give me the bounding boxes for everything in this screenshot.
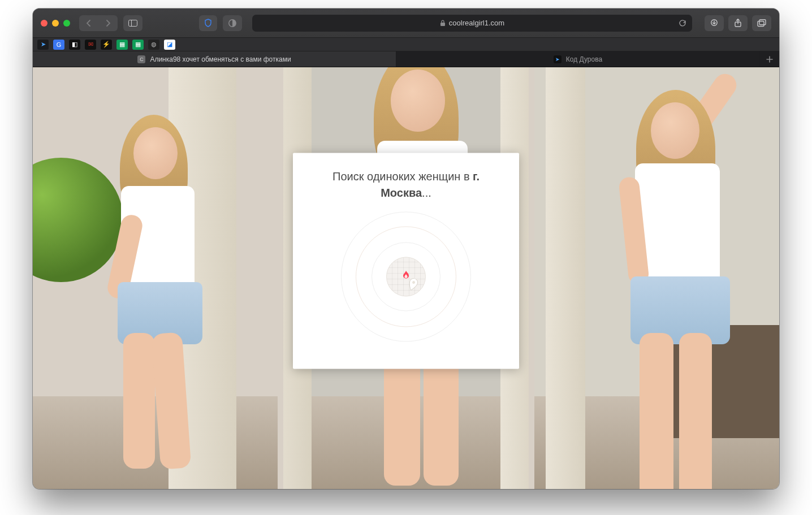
tab-inactive[interactable]: ➤ Код Дурова [396, 51, 760, 67]
lock-icon [440, 20, 446, 27]
fav-1[interactable]: ➤ [37, 40, 49, 50]
svg-rect-7 [759, 19, 766, 24]
close-window-button[interactable] [41, 20, 47, 27]
search-modal: Поиск одиноких женщин в г. Москва... [293, 153, 519, 369]
background-photo [534, 67, 779, 489]
privacy-report-button[interactable] [199, 15, 217, 31]
fav-sheet2[interactable]: ▦ [132, 40, 144, 50]
background-photo [33, 67, 278, 489]
svg-rect-6 [758, 21, 764, 26]
modal-text-prefix: Поиск одиноких женщин в [332, 170, 473, 183]
modal-text-suffix: ... [422, 187, 431, 199]
favorites-bar: ➤ G ◧ ✉ ⚡ ▦ ▦ ◍ ◪ [33, 38, 779, 51]
modal-title: Поиск одиноких женщин в г. Москва... [308, 168, 504, 201]
fav-bolt[interactable]: ⚡ [101, 40, 112, 50]
toolbar: coolrealgirl1.com [33, 8, 779, 38]
fav-g[interactable]: G [53, 40, 64, 50]
window-controls [41, 20, 70, 27]
svg-rect-3 [440, 23, 445, 26]
fav-analytics[interactable]: ◧ [69, 40, 80, 50]
tabs-overview-button[interactable] [752, 15, 771, 31]
forward-button[interactable] [98, 15, 118, 31]
share-button[interactable] [728, 15, 748, 31]
reload-button[interactable] [679, 19, 686, 27]
sidebar-toggle-button[interactable] [123, 15, 142, 31]
zoom-window-button[interactable] [63, 20, 70, 27]
nav-buttons [79, 15, 118, 31]
tab-title: Алинка98 хочет обменяться с вами фотками [150, 55, 291, 63]
tab-title: Код Дурова [566, 55, 602, 63]
fav-cube[interactable]: ◍ [148, 40, 159, 50]
fav-news[interactable]: ◪ [164, 40, 175, 50]
tab-active[interactable]: C Алинка98 хочет обменяться с вами фотка… [33, 51, 396, 67]
fav-gmail[interactable]: ✉ [85, 40, 96, 50]
tab-bar: C Алинка98 хочет обменяться с вами фотка… [33, 51, 779, 67]
address-text: coolrealgirl1.com [449, 19, 504, 27]
back-button[interactable] [79, 15, 98, 31]
toolbar-right [705, 15, 771, 31]
tab-favicon: C [137, 55, 145, 63]
radar-animation [341, 211, 471, 341]
fav-sheet1[interactable]: ▦ [116, 40, 128, 50]
page-viewport: Поиск одиноких женщин в г. Москва... [33, 67, 779, 489]
appearance-button[interactable] [223, 15, 242, 31]
minimize-window-button[interactable] [52, 20, 59, 27]
new-tab-button[interactable] [760, 51, 779, 67]
svg-rect-0 [129, 20, 137, 26]
address-bar[interactable]: coolrealgirl1.com [252, 15, 692, 32]
browser-window: coolrealgirl1.com ➤ G ◧ ✉ ⚡ ▦ ▦ ◍ ◪ [33, 8, 779, 489]
downloads-button[interactable] [705, 15, 724, 31]
tab-favicon: ➤ [554, 55, 562, 63]
